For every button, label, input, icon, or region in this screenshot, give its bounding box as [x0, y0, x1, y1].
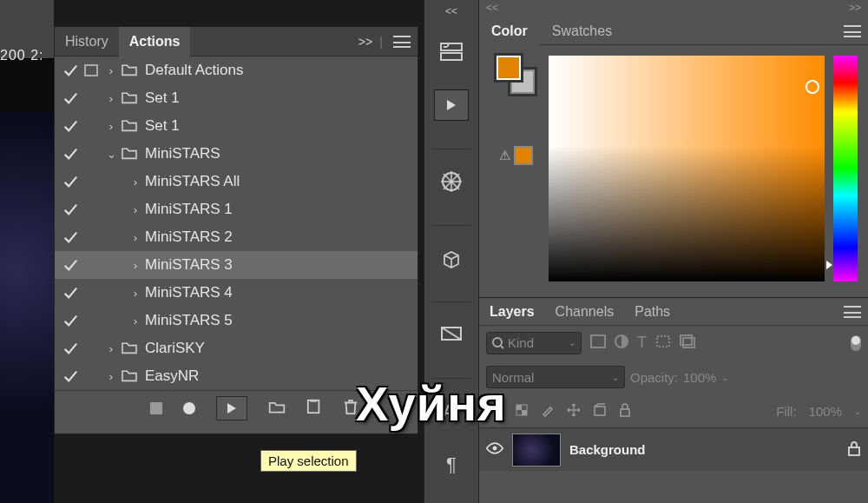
dock-3d-icon[interactable] [434, 243, 469, 274]
dock-wheel-icon[interactable] [434, 167, 469, 197]
hue-pointer[interactable] [826, 261, 832, 269]
filter-kind-dropdown[interactable]: Kind ⌄ [486, 332, 582, 354]
filter-type-icon[interactable]: T [637, 334, 647, 352]
lock-icon[interactable] [847, 440, 861, 459]
color-menu-icon[interactable] [844, 25, 861, 37]
toggle-checkbox[interactable] [60, 174, 81, 189]
expand-icon[interactable]: › [102, 342, 121, 355]
new-set-icon[interactable] [268, 399, 286, 417]
dialog-toggle[interactable] [81, 370, 102, 382]
expand-icon[interactable]: › [126, 231, 145, 244]
expand-icon[interactable]: › [102, 64, 121, 77]
tab-paths[interactable]: Paths [624, 298, 681, 326]
hue-slider[interactable] [833, 56, 858, 281]
foreground-color-swatch[interactable] [496, 56, 521, 80]
lock-pixels-icon[interactable] [515, 403, 529, 420]
dock-history-icon[interactable] [434, 36, 469, 67]
dock-paragraph-icon[interactable]: ¶ [434, 450, 469, 480]
toggle-checkbox[interactable] [60, 90, 81, 106]
tab-actions[interactable]: Actions [119, 27, 191, 56]
dock-collapse-icon[interactable]: << [445, 5, 457, 17]
filter-toggle[interactable] [851, 335, 861, 351]
gamut-swatch[interactable] [514, 146, 533, 165]
tab-channels[interactable]: Channels [545, 298, 625, 326]
toggle-checkbox[interactable] [60, 63, 81, 78]
canvas-preview[interactable] [0, 111, 54, 503]
toggle-checkbox[interactable] [60, 146, 81, 162]
dialog-toggle[interactable] [81, 120, 102, 132]
action-row[interactable]: ›MiniSTARS 2 [55, 223, 418, 251]
layers-menu-icon[interactable] [844, 306, 861, 318]
dialog-toggle[interactable] [81, 64, 102, 76]
toggle-checkbox[interactable] [60, 118, 81, 134]
expand-icon[interactable]: › [102, 370, 121, 383]
tab-history[interactable]: History [55, 27, 119, 56]
expand-icon[interactable]: › [126, 203, 145, 216]
dock-collapse-icon[interactable]: << [486, 2, 498, 16]
blend-mode-dropdown[interactable]: Normal ⌄ [486, 366, 625, 388]
action-row[interactable]: ›MiniSTARS 4 [55, 279, 418, 307]
action-row[interactable]: ›ClariSKY [55, 334, 418, 362]
action-row[interactable]: ›MiniSTARS 1 [55, 195, 418, 223]
expand-icon[interactable]: › [126, 259, 145, 272]
toggle-checkbox[interactable] [60, 202, 81, 217]
action-row[interactable]: ›MiniSTARS All [55, 168, 418, 195]
toggle-checkbox[interactable] [60, 285, 81, 301]
action-row[interactable]: ›MiniSTARS 3 [55, 251, 418, 279]
dialog-toggle[interactable] [81, 203, 102, 215]
dialog-toggle[interactable] [81, 314, 102, 327]
expand-icon[interactable]: › [126, 287, 145, 300]
tab-layers[interactable]: Layers [479, 298, 545, 326]
filter-adjust-icon[interactable] [615, 334, 628, 351]
dock-expand-icon[interactable]: >> [849, 2, 861, 16]
action-row[interactable]: ›Set 1 [55, 112, 418, 140]
lock-brush-icon[interactable] [541, 403, 555, 420]
opacity-value[interactable]: 100% [683, 370, 716, 385]
tab-swatches[interactable]: Swatches [540, 17, 624, 45]
fg-bg-swatches[interactable] [496, 56, 535, 94]
toggle-checkbox[interactable] [60, 368, 81, 384]
layer-thumbnail[interactable] [512, 434, 561, 467]
action-row[interactable]: ⌄MiniSTARS [55, 140, 418, 168]
dock-play-icon[interactable] [434, 89, 469, 120]
action-row[interactable]: ›Default Actions [55, 56, 418, 84]
color-field[interactable] [549, 56, 825, 281]
filter-shape-icon[interactable] [655, 334, 671, 351]
action-row[interactable]: ›MiniSTARS 5 [55, 307, 418, 334]
dialog-toggle[interactable] [81, 231, 102, 243]
panel-menu-icon[interactable] [393, 36, 411, 48]
toggle-checkbox[interactable] [60, 313, 81, 328]
dialog-toggle[interactable] [81, 148, 102, 160]
dialog-toggle[interactable] [81, 175, 102, 188]
layer-name[interactable]: Background [569, 442, 838, 457]
fill-value[interactable]: 100% [809, 404, 842, 419]
dialog-toggle[interactable] [81, 259, 102, 271]
action-row[interactable]: ›Set 1 [55, 84, 418, 112]
filter-pixel-icon[interactable] [590, 334, 606, 351]
toggle-checkbox[interactable] [60, 257, 81, 273]
toggle-checkbox[interactable] [60, 229, 81, 245]
dialog-toggle[interactable] [81, 342, 102, 354]
dialog-toggle[interactable] [81, 287, 102, 299]
tab-color[interactable]: Color [479, 17, 540, 45]
toggle-checkbox[interactable] [60, 341, 81, 356]
lock-move-icon[interactable] [567, 403, 581, 420]
gamut-warning-icon[interactable]: ⚠ [499, 148, 510, 163]
lock-artboard-icon[interactable] [593, 403, 607, 420]
expand-icon[interactable]: › [126, 314, 145, 328]
expand-icon[interactable]: ⌄ [102, 148, 121, 161]
expand-icon[interactable]: › [102, 92, 121, 105]
new-action-icon[interactable] [306, 399, 322, 417]
stop-button[interactable] [150, 402, 162, 414]
expand-icon[interactable]: › [102, 120, 121, 133]
expand-icon[interactable]: › [126, 175, 145, 189]
layer-row[interactable]: Background [479, 427, 868, 471]
visibility-icon[interactable] [486, 442, 503, 457]
collapse-icon[interactable]: >> [355, 35, 376, 49]
color-cursor[interactable] [806, 80, 819, 94]
dock-measure-icon[interactable] [434, 320, 469, 350]
dialog-toggle[interactable] [81, 92, 102, 104]
lock-all-icon[interactable] [619, 403, 631, 420]
filter-smart-icon[interactable] [680, 334, 695, 351]
play-selection-button[interactable] [216, 396, 247, 420]
